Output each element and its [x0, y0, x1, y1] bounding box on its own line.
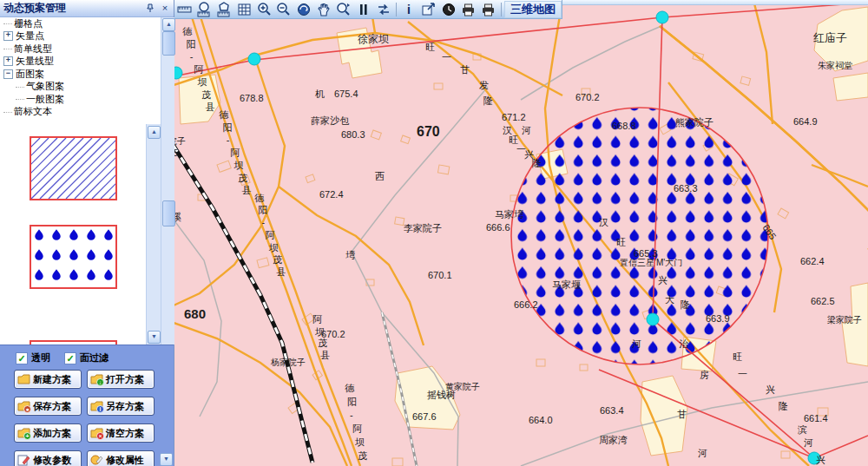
map-label: 发	[479, 80, 489, 90]
scroll-up-icon[interactable]: ▲	[148, 126, 161, 139]
svg-text:×: ×	[98, 433, 102, 439]
scroll-down-icon[interactable]: ▼	[148, 331, 161, 344]
partial-pattern[interactable]	[30, 313, 117, 345]
edit-props-icon	[90, 454, 104, 466]
map-label: 杨家院子	[270, 358, 306, 367]
map-label: 阳	[258, 205, 267, 215]
scroll-up-icon[interactable]: ▲	[162, 18, 175, 31]
map-3d-button[interactable]: 三维地图	[504, 1, 562, 18]
map-label: 治	[679, 338, 689, 349]
map-label: 阳	[347, 397, 357, 407]
新建方案-button[interactable]: 新建方案	[14, 370, 82, 389]
tree-item-1[interactable]: +矢量点	[0, 30, 160, 43]
tree-item-label: 矢量点	[16, 30, 44, 43]
collapse-icon[interactable]: −	[3, 69, 13, 79]
pattern-scrollbar[interactable]: ▲ ▼	[146, 124, 161, 345]
folder-save-icon: ●	[17, 400, 31, 413]
toolbar-separator	[396, 3, 397, 16]
print-preview-icon[interactable]	[458, 1, 478, 18]
清空方案-button[interactable]: ×清空方案	[87, 423, 155, 443]
map-label: 县	[276, 266, 286, 277]
map-label: 670.2	[575, 92, 600, 102]
map-label: 甘	[460, 64, 470, 75]
export-icon[interactable]	[419, 1, 439, 18]
scroll-down-icon[interactable]: ▼	[160, 453, 173, 466]
tree-item-6[interactable]: 一般图案	[0, 93, 160, 106]
button-label: 保存方案	[33, 400, 71, 413]
tree-connector	[3, 23, 12, 24]
tree-item-5[interactable]: 气象图案	[0, 81, 160, 94]
map-label: 阿	[230, 148, 240, 158]
map-label: 甘	[677, 409, 687, 419]
map-label: 664.9	[793, 116, 818, 127]
vertex-handle	[174, 67, 182, 79]
map-canvas[interactable]: 徐家坝红庙子朱家祠堂机675.4678.8薛家沙包680.3670672.4西李…	[174, 0, 868, 466]
修改参数-button[interactable]: 修改参数	[14, 450, 82, 466]
tree-item-4[interactable]: −面图案	[0, 68, 160, 81]
map-label: 旺	[616, 237, 626, 247]
zoom-in-icon[interactable]	[254, 1, 274, 18]
option-透明[interactable]: ✓透明	[16, 351, 50, 364]
svg-text:i: i	[100, 406, 102, 412]
button-label: 修改参数	[33, 454, 71, 466]
folder-open-icon: ↓	[90, 373, 104, 386]
zoom-out-icon[interactable]	[274, 1, 294, 18]
measure-ruler-icon[interactable]	[175, 1, 195, 18]
grid-icon[interactable]	[234, 1, 254, 18]
pause-icon[interactable]	[353, 1, 373, 18]
vertex-handle	[647, 313, 659, 325]
measure-polygon-icon[interactable]	[215, 1, 235, 18]
map-viewport[interactable]: 徐家坝红庙子朱家祠堂机675.4678.8薛家沙包680.3670672.4西李…	[174, 0, 868, 466]
rain-drops-pattern[interactable]	[30, 225, 117, 289]
scrollbar-thumb[interactable]	[162, 31, 175, 56]
pan-hand-icon[interactable]	[314, 1, 334, 18]
另存方案-button[interactable]: i另存方案	[87, 397, 155, 416]
scrollbar-thumb[interactable]	[162, 200, 175, 226]
map-label: -	[350, 410, 353, 420]
map-label: 机	[315, 89, 325, 99]
pin-icon[interactable]	[144, 3, 156, 14]
outer-scrollbar[interactable]	[161, 124, 174, 345]
folder-new-icon	[17, 373, 31, 386]
tree-item-2[interactable]: 简单线型	[0, 43, 160, 56]
map-label: 薛家沙包	[311, 115, 350, 126]
保存方案-button[interactable]: ●保存方案	[14, 397, 82, 416]
map-label: 朱家祠堂	[818, 61, 852, 70]
print-icon[interactable]	[478, 1, 498, 18]
close-icon[interactable]: ×	[159, 3, 171, 14]
clock-icon[interactable]	[439, 1, 459, 18]
tree-item-3[interactable]: +矢量线型	[0, 56, 160, 69]
map-label: 坝	[269, 242, 279, 253]
option-面过滤[interactable]: ✓面过滤	[64, 351, 108, 364]
checkbox[interactable]: ✓	[64, 352, 76, 364]
map-label: 661.4	[804, 413, 828, 423]
map-label: 隆	[779, 401, 788, 411]
measure-circle-icon[interactable]	[195, 1, 215, 18]
checkbox[interactable]: ✓	[16, 352, 28, 364]
map-label: 县	[241, 185, 251, 195]
info-icon[interactable]: i	[399, 1, 419, 18]
tree-item-0[interactable]: 栅格点	[0, 17, 160, 30]
button-label: 新建方案	[33, 373, 71, 386]
map-label: 大	[665, 294, 674, 305]
button-label: 添加方案	[33, 427, 71, 440]
map-label: 德	[182, 26, 193, 36]
swap-icon[interactable]	[373, 1, 393, 18]
tree-item-label: 气象图案	[26, 80, 64, 93]
添加方案-button[interactable]: +添加方案	[14, 423, 82, 443]
folder-saveas-icon: i	[90, 400, 104, 413]
map-label: 阿	[266, 230, 275, 240]
expand-icon[interactable]: +	[3, 31, 13, 41]
globe-back-icon[interactable]	[294, 1, 314, 18]
expand-icon[interactable]: +	[3, 56, 13, 66]
修改属性-button[interactable]: 修改属性	[87, 450, 155, 466]
diagonal-hatch-pattern[interactable]	[30, 136, 117, 200]
zoom-extent-icon[interactable]	[334, 1, 354, 18]
tree-scrollbar[interactable]: ▲	[161, 17, 174, 124]
map-label: -	[227, 135, 230, 145]
hazard-area-circle[interactable]	[511, 108, 768, 364]
tree-item-7[interactable]: 箭标文本	[0, 106, 160, 119]
tree-connector	[3, 48, 12, 49]
打开方案-button[interactable]: ↓打开方案	[87, 370, 155, 389]
map-label: 李家院子	[404, 223, 442, 233]
